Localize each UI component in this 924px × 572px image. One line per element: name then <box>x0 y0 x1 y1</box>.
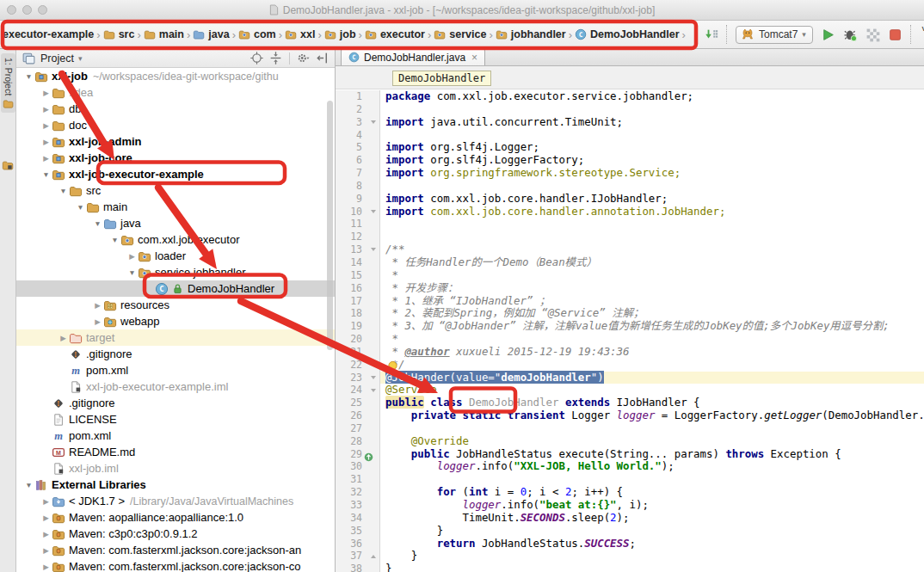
line-number[interactable]: 38 <box>336 563 379 572</box>
tree-scrollbar-thumb[interactable] <box>327 101 333 350</box>
code-line-22[interactable]: */ <box>380 359 924 372</box>
code-line-13[interactable]: /** <box>380 243 924 256</box>
tree-expand-arrow[interactable]: ▶ <box>40 89 52 97</box>
line-number[interactable]: 16 <box>336 282 379 295</box>
tree-item-xxl-job-executor-example[interactable]: ▼xxl-job-executor-example <box>16 166 335 182</box>
line-number[interactable]: 5 <box>336 141 379 154</box>
tree-item-license[interactable]: LICENSE <box>16 411 335 427</box>
code-line-2[interactable] <box>380 103 924 116</box>
code-line-10[interactable]: import com.xxl.job.core.handler.annotati… <box>380 206 924 218</box>
tree-expand-arrow[interactable]: ▼ <box>23 72 34 81</box>
breadcrumb-item-java[interactable]: java <box>193 28 229 40</box>
line-number[interactable]: 2 <box>336 103 379 116</box>
breadcrumb-item-src[interactable]: src <box>103 28 135 40</box>
favorites-stripe-icon[interactable] <box>2 159 14 171</box>
line-number[interactable]: 32 <box>336 486 379 499</box>
code-line-29[interactable]: public JobHandleStatus execute(String...… <box>380 448 924 461</box>
tree-item-service-jobhandler[interactable]: ▼service.jobhandler <box>16 264 335 280</box>
code-line-35[interactable]: } <box>380 525 924 538</box>
fold-marker[interactable] <box>371 376 376 379</box>
code-line-18[interactable]: * 2、装配到Spring，例如加 “@Service” 注解； <box>380 307 924 320</box>
code-line-19[interactable]: * 3、加 “@JobHander” 注解，注解value值为新增任务生成的Jo… <box>380 320 924 333</box>
code-line-26[interactable]: private static transient Logger logger =… <box>380 409 924 422</box>
code-line-32[interactable]: for (int i = 0; i < 2; i++) { <box>380 486 924 499</box>
tree-item-main[interactable]: ▼main <box>16 199 335 215</box>
breadcrumb-item-executor-example[interactable]: executor-example <box>3 28 94 40</box>
tree-item-maven-com-fasterxml-jackson-core-jackson-co[interactable]: ▶Maven: com.fasterxml.jackson.core:jacks… <box>16 558 335 572</box>
line-number[interactable]: 25 <box>336 397 379 409</box>
overriding-method-gutter-icon[interactable] <box>364 450 373 459</box>
code-line-28[interactable]: @Override <box>380 435 924 448</box>
tree-item-xxl-job[interactable]: ▼xxl-job~/workspaces/idea-git-workspace/… <box>16 68 335 84</box>
project-panel-title[interactable]: Project <box>40 52 74 65</box>
run-configuration-select[interactable]: Tomcat7 ▾ <box>736 26 813 44</box>
fold-marker[interactable] <box>371 248 376 251</box>
code-line-37[interactable]: } <box>380 550 924 563</box>
code-line-31[interactable] <box>380 473 924 486</box>
line-number[interactable]: 1 <box>336 90 379 103</box>
tree-item-xxl-job-iml[interactable]: xxl-job.iml <box>16 460 335 477</box>
code-line-3[interactable]: import java.util.concurrent.TimeUnit; <box>380 116 924 129</box>
tree-expand-arrow[interactable]: ▶ <box>40 138 52 146</box>
line-number[interactable]: 8 <box>336 180 379 193</box>
tree-item--jdk1-7-[interactable]: ▶< JDK1.7 >/Library/Java/JavaVirtualMach… <box>16 493 335 509</box>
tree-item-com-xxl-job-executor[interactable]: ▼com.xxl.job.executor <box>16 231 335 248</box>
fold-marker[interactable] <box>371 120 376 124</box>
line-number[interactable]: 18 <box>336 307 379 320</box>
tree-item-doc[interactable]: ▶doc <box>16 117 335 133</box>
tree-expand-arrow[interactable]: ▶ <box>92 317 103 326</box>
tree-expand-arrow[interactable]: ▶ <box>40 105 52 114</box>
line-number[interactable]: 22 <box>336 359 379 372</box>
code-line-27[interactable] <box>380 422 924 435</box>
code-line-6[interactable]: import org.slf4j.LoggerFactory; <box>380 154 924 167</box>
editor-breadcrumb-chip[interactable]: DemoJobHandler <box>392 71 491 86</box>
close-tab-icon[interactable]: × <box>471 52 477 64</box>
code-line-7[interactable]: import org.springframework.stereotype.Se… <box>380 167 924 180</box>
tree-expand-arrow[interactable]: ▼ <box>92 219 103 228</box>
code-line-14[interactable]: * 任务Handler的一个Demo（Bean模式） <box>380 256 924 269</box>
tree-item-maven-aopalliance-aopalliance-1-0[interactable]: ▶Maven: aopalliance:aopalliance:1.0 <box>16 509 335 526</box>
tree-item-db[interactable]: ▶db <box>16 101 335 117</box>
breadcrumb-item-com[interactable]: com <box>238 28 276 40</box>
code-line-1[interactable]: package com.xxl.job.executor.service.job… <box>380 90 924 103</box>
line-number[interactable]: 20 <box>336 333 379 346</box>
tree-expand-arrow[interactable]: ▼ <box>75 203 86 212</box>
code-line-36[interactable]: return JobHandleStatus.SUCCESS; <box>380 538 924 550</box>
settings-gear-icon[interactable] <box>296 51 311 65</box>
tree-expand-arrow[interactable]: ▼ <box>23 481 34 489</box>
code-line-30[interactable]: logger.info("XXL-JOB, Hello World."); <box>380 460 924 473</box>
fold-marker[interactable] <box>371 555 376 558</box>
editor-tab[interactable]: C DemoJobHandler.java × <box>341 48 485 65</box>
run-button[interactable] <box>821 28 835 42</box>
tree-expand-arrow[interactable]: ▶ <box>40 530 52 538</box>
tree-item-java[interactable]: ▼java <box>16 215 335 231</box>
line-number[interactable]: 31 <box>336 473 379 486</box>
line-number[interactable]: 12 <box>336 231 379 243</box>
tree-item-src[interactable]: ▼src <box>16 182 335 199</box>
tree-item-xxl-job-admin[interactable]: ▶xxl-job-admin <box>16 133 335 150</box>
breadcrumb-item-demojobhandler[interactable]: CDemoJobHandler <box>575 28 680 40</box>
line-number[interactable]: 14 <box>336 256 379 269</box>
tree-item-pom-xml[interactable]: mpom.xml <box>16 427 335 444</box>
tree-item--gitignore[interactable]: .gitignore <box>16 346 335 362</box>
code-line-11[interactable] <box>380 218 924 231</box>
fold-marker[interactable] <box>371 389 376 392</box>
tree-item-resources[interactable]: ▶resources <box>16 297 335 313</box>
tree-expand-arrow[interactable]: ▶ <box>40 563 52 571</box>
code-line-9[interactable]: import com.xxl.job.core.handler.IJobHand… <box>380 193 924 206</box>
line-number[interactable]: 21 <box>336 346 379 359</box>
line-number[interactable]: 6 <box>336 154 379 167</box>
tree-item-maven-c3p0-c3p0-0-9-1-2[interactable]: ▶Maven: c3p0:c3p0:0.9.1.2 <box>16 526 335 542</box>
code-line-4[interactable] <box>380 129 924 142</box>
debug-button[interactable] <box>843 28 858 42</box>
code-line-5[interactable]: import org.slf4j.Logger; <box>380 141 924 154</box>
code-line-8[interactable] <box>380 180 924 193</box>
tree-expand-arrow[interactable]: ▼ <box>40 170 52 179</box>
tree-expand-arrow[interactable]: ▼ <box>58 187 69 195</box>
code-line-12[interactable] <box>380 231 924 243</box>
breadcrumb-item-service[interactable]: service <box>434 28 486 40</box>
tree-expand-arrow[interactable]: ▼ <box>109 236 120 244</box>
code-line-38[interactable]: } <box>380 563 924 572</box>
navigate-down-icon[interactable] <box>704 28 718 42</box>
editor-gutter[interactable]: 1234567891011121314151617181920212223242… <box>336 90 380 572</box>
